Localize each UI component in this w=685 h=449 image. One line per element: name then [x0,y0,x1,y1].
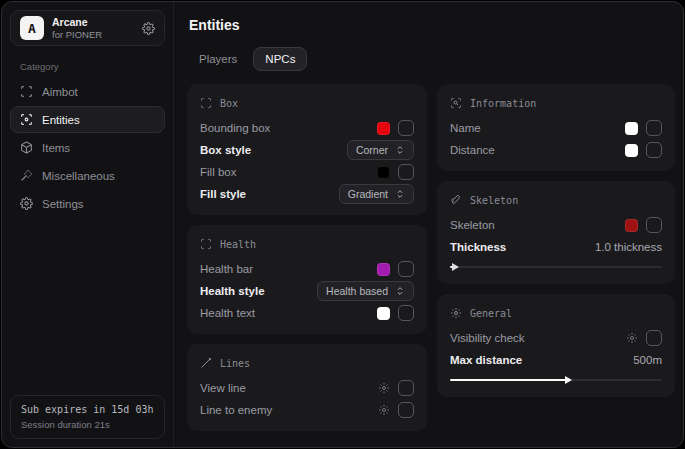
card-title: Information [470,98,536,109]
setting-row-line-to-enemy: Line to enemy [200,399,414,421]
slider-track [450,266,662,268]
card-title: General [470,308,512,319]
setting-label: Skeleton [450,219,495,231]
tab-npcs[interactable]: NPCs [253,47,307,71]
color-swatch[interactable] [377,166,390,179]
app-window: A Arcane for PIONER Category Aimbot [1,1,684,448]
app-logo-card: A Arcane for PIONER [10,10,165,46]
scan-icon [200,97,212,109]
card-title: Box [220,98,238,109]
setting-row-box-style: Box style Corner [200,139,414,161]
setting-label: Fill box [200,166,236,178]
setting-label: View line [200,382,246,394]
wand-sparkles-icon [20,169,33,182]
dropdown-value: Health based [326,285,388,297]
sidebar: A Arcane for PIONER Category Aimbot [2,2,174,447]
sidebar-item-entities[interactable]: Entities [10,106,165,133]
health-style-dropdown[interactable]: Health based [317,281,414,301]
checkbox[interactable] [398,261,414,277]
scan-search-icon [450,97,462,109]
gear-icon[interactable] [142,22,155,35]
gear-icon [20,197,33,210]
app-logo: A [20,16,44,40]
checkbox[interactable] [646,120,662,136]
lines-card: Lines View line [187,344,427,431]
color-swatch[interactable] [625,219,638,232]
checkbox[interactable] [398,164,414,180]
card-title: Lines [220,358,250,369]
setting-row-fill-style: Fill style Gradient [200,183,414,205]
sidebar-item-aimbot[interactable]: Aimbot [10,78,165,105]
checkbox[interactable] [398,402,414,418]
sidebar-item-label: Entities [42,114,80,126]
setting-row-distance: Distance [450,139,662,161]
box-card: Box Bounding box Box style Corner [187,84,427,215]
gear-icon[interactable] [378,404,390,416]
thickness-slider[interactable] [450,261,662,274]
color-swatch[interactable] [377,307,390,320]
slider-thumb[interactable] [452,263,459,271]
setting-row-thickness: Thickness 1.0 thickness [450,236,662,258]
setting-row-health-style: Health style Health based [200,280,414,302]
sidebar-item-settings[interactable]: Settings [10,190,165,217]
tab-bar: Players NPCs [187,47,675,71]
pencil-line-icon [200,357,212,369]
slider-value: 1.0 thickness [595,241,662,253]
sub-expires-text: Sub expires in 15d 03h [21,404,154,415]
fill-style-dropdown[interactable]: Gradient [339,184,414,204]
setting-label: Name [450,122,481,134]
setting-row-visibility-check: Visibility check [450,327,662,349]
gear-icon[interactable] [378,382,390,394]
setting-row-view-line: View line [200,377,414,399]
bone-icon [450,194,462,206]
setting-label: Distance [450,144,495,156]
setting-row-name: Name [450,117,662,139]
setting-label: Fill style [200,188,246,200]
app-subtitle: for PIONER [52,29,102,41]
checkbox[interactable] [646,142,662,158]
checkbox[interactable] [398,305,414,321]
slider-thumb[interactable] [565,376,572,384]
checkbox[interactable] [398,120,414,136]
setting-label: Thickness [450,241,506,253]
app-name: Arcane [52,16,102,29]
setting-row-fill-box: Fill box [200,161,414,183]
gear-icon[interactable] [626,332,638,344]
tab-players[interactable]: Players [187,47,249,71]
color-swatch[interactable] [625,122,638,135]
color-swatch[interactable] [377,122,390,135]
setting-label: Visibility check [450,332,525,344]
color-swatch[interactable] [377,263,390,276]
max-distance-slider[interactable] [450,374,662,387]
setting-label: Max distance [450,354,522,366]
setting-label: Line to enemy [200,404,272,416]
setting-row-health-bar: Health bar [200,258,414,280]
setting-row-bounding-box: Bounding box [200,117,414,139]
main-content: Entities Players NPCs Box [174,2,684,447]
information-card: Information Name Distance [437,84,675,171]
dropdown-value: Corner [356,144,388,156]
card-title: Skeleton [470,195,518,206]
sidebar-item-label: Miscellaneous [42,170,115,182]
dropdown-value: Gradient [348,188,388,200]
setting-label: Health text [200,307,255,319]
color-swatch[interactable] [625,144,638,157]
page-title: Entities [189,17,675,33]
scan-crosshair-icon [20,85,33,98]
sidebar-item-miscellaneous[interactable]: Miscellaneous [10,162,165,189]
sidebar-item-items[interactable]: Items [10,134,165,161]
sidebar-item-label: Settings [42,198,84,210]
chevrons-up-down-icon [395,189,405,199]
box-style-dropdown[interactable]: Corner [347,140,414,160]
general-card: General Visibility check [437,294,675,397]
setting-label: Health bar [200,263,253,275]
checkbox[interactable] [398,380,414,396]
category-label: Category [20,61,165,72]
setting-label: Bounding box [200,122,270,134]
checkbox[interactable] [646,217,662,233]
scan-eye-icon [20,113,33,126]
setting-row-skeleton: Skeleton [450,214,662,236]
checkbox[interactable] [646,330,662,346]
scan-icon [200,238,212,250]
health-card: Health Health bar Health style Health ba… [187,225,427,334]
